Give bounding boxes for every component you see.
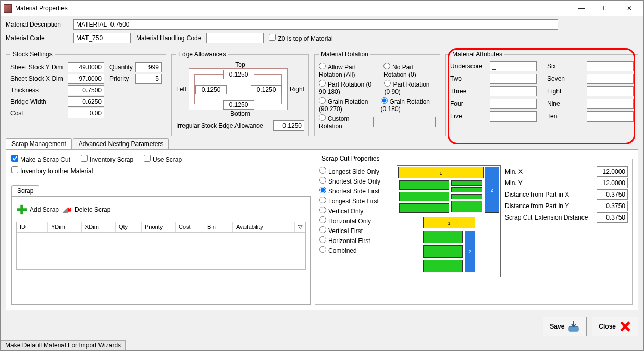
edge-bottom-input[interactable] bbox=[223, 100, 254, 110]
attr-five-input[interactable] bbox=[490, 111, 537, 122]
irregular-allowance-input[interactable] bbox=[273, 120, 304, 131]
edge-right-label: Right bbox=[290, 86, 304, 93]
edge-left-input[interactable] bbox=[195, 85, 227, 94]
cut-shortfirst-radio[interactable] bbox=[319, 187, 326, 193]
scrap-table: ID YDim XDim Qty Priority Cost Bin Avail… bbox=[16, 222, 306, 270]
cost-input[interactable] bbox=[68, 108, 104, 118]
attr-four-input[interactable] bbox=[490, 99, 537, 109]
cut-shortonly-radio[interactable] bbox=[319, 177, 326, 184]
cut-combined-radio[interactable] bbox=[319, 246, 326, 253]
priority-input[interactable] bbox=[135, 74, 162, 84]
minimize-button[interactable]: — bbox=[569, 2, 593, 15]
tab-advanced-nesting[interactable]: Advanced Nesting Parameters bbox=[73, 138, 169, 149]
dpy-label: Distance from Part in Y bbox=[505, 202, 583, 210]
attr-three-input[interactable] bbox=[490, 86, 537, 96]
window: Material Properties — ☐ ✕ Material Descr… bbox=[0, 0, 644, 351]
edge-right-input[interactable] bbox=[251, 85, 282, 94]
add-scrap-button[interactable]: Add Scrap bbox=[30, 206, 59, 213]
material-rotation-group: Material Rotation Allow Part Rotation (A… bbox=[314, 51, 440, 136]
cut-longfirst-radio[interactable] bbox=[319, 197, 326, 203]
attributes-legend: Material Attributes bbox=[450, 51, 504, 58]
attr-nine-input[interactable] bbox=[587, 99, 634, 109]
svg-rect-1 bbox=[17, 208, 27, 211]
xdim-input[interactable] bbox=[68, 74, 104, 84]
bridge-input[interactable] bbox=[68, 96, 104, 107]
rot-all-radio[interactable] bbox=[319, 63, 326, 69]
cutprops-legend: Scrap Cut Properties bbox=[319, 155, 381, 162]
inventory-other-checkbox[interactable] bbox=[11, 166, 18, 173]
app-icon bbox=[4, 4, 12, 13]
maximize-button[interactable]: ☐ bbox=[593, 2, 617, 15]
close-button[interactable]: Close bbox=[592, 317, 638, 336]
col-cost[interactable]: Cost bbox=[176, 222, 204, 232]
cut-horizfirst-radio[interactable] bbox=[319, 236, 326, 243]
col-xdim[interactable]: XDim bbox=[82, 222, 116, 232]
tab-scrap[interactable]: Scrap bbox=[11, 185, 39, 196]
handling-code-input[interactable] bbox=[206, 33, 264, 43]
ext-input[interactable] bbox=[597, 212, 628, 223]
rot-custom-input bbox=[373, 117, 436, 127]
make-default-button[interactable]: Make Default Material For Import Wizards bbox=[1, 340, 126, 350]
qty-label: Quantity bbox=[109, 64, 135, 71]
attr-six-input[interactable] bbox=[587, 61, 634, 71]
rot-grain90270-radio[interactable] bbox=[319, 97, 326, 104]
attr-underscore-input[interactable] bbox=[490, 61, 537, 71]
col-sort-icon[interactable]: ▽ bbox=[295, 222, 305, 232]
attr-seven-input[interactable] bbox=[587, 74, 634, 84]
z0-checkbox-label[interactable]: Z0 is top of Material bbox=[269, 34, 332, 42]
rot-none-radio[interactable] bbox=[383, 63, 390, 69]
tab-panel: Make a Scrap Cut Inventory Scrap Use Scr… bbox=[6, 150, 638, 310]
edge-legend: Edge Allowances bbox=[176, 51, 228, 58]
cut-vertfirst-radio[interactable] bbox=[319, 226, 326, 233]
edge-bottom-label: Bottom bbox=[176, 110, 304, 117]
close-window-button[interactable]: ✕ bbox=[617, 2, 641, 15]
material-description-label: Material Description bbox=[6, 21, 68, 28]
tab-scrap-management[interactable]: Scrap Management bbox=[6, 138, 72, 149]
miny-label: Min. Y bbox=[505, 179, 583, 187]
col-bin[interactable]: Bin bbox=[204, 222, 233, 232]
rot-090-radio[interactable] bbox=[384, 80, 391, 87]
priority-label: Priority bbox=[109, 75, 135, 82]
material-description-input[interactable] bbox=[73, 19, 558, 30]
material-attributes-group: Material Attributes Underscore Six Two S… bbox=[445, 51, 638, 136]
window-title: Material Properties bbox=[15, 5, 569, 12]
inventory-scrap-checkbox[interactable] bbox=[81, 155, 88, 162]
miny-input[interactable] bbox=[597, 178, 628, 188]
close-icon bbox=[619, 320, 631, 333]
content: Material Description Material Code Mater… bbox=[1, 16, 643, 313]
cut-vertonly-radio[interactable] bbox=[319, 207, 326, 213]
col-qty[interactable]: Qty bbox=[116, 222, 142, 232]
col-priority[interactable]: Priority bbox=[142, 222, 176, 232]
col-availability[interactable]: Availability bbox=[233, 222, 295, 232]
edge-diagram bbox=[189, 68, 288, 110]
dpx-input[interactable] bbox=[597, 189, 628, 200]
minx-input[interactable] bbox=[597, 166, 628, 177]
stock-settings-group: Stock Settings Sheet Stock Y Dim Sheet S… bbox=[6, 51, 166, 136]
use-scrap-checkbox[interactable] bbox=[144, 155, 151, 162]
attr-two-input[interactable] bbox=[490, 74, 537, 84]
attr-ten-input[interactable] bbox=[587, 111, 634, 122]
edge-allowances-group: Edge Allowances Top Left Right Bottom Ir bbox=[171, 51, 309, 136]
material-code-label: Material Code bbox=[6, 34, 68, 42]
ydim-label: Sheet Stock Y Dim bbox=[10, 64, 68, 71]
top-inputs: Material Description Material Code Mater… bbox=[6, 19, 638, 46]
col-ydim[interactable]: YDim bbox=[48, 222, 82, 232]
col-id[interactable]: ID bbox=[17, 222, 48, 232]
rot-grain0180-radio[interactable] bbox=[381, 97, 388, 104]
qty-input[interactable] bbox=[135, 62, 162, 72]
cut-longonly-radio[interactable] bbox=[319, 167, 326, 174]
cut-horizonly-radio[interactable] bbox=[319, 216, 326, 223]
thickness-input[interactable] bbox=[68, 85, 104, 95]
rot-custom-radio[interactable] bbox=[319, 114, 326, 121]
attr-eight-input[interactable] bbox=[587, 86, 634, 96]
make-scrap-cut-checkbox[interactable] bbox=[11, 155, 18, 162]
save-button[interactable]: Save bbox=[543, 317, 587, 336]
edge-top-input[interactable] bbox=[223, 70, 254, 79]
edge-left-label: Left bbox=[176, 86, 187, 93]
rot-090180-radio[interactable] bbox=[319, 80, 326, 87]
delete-scrap-button[interactable]: Delete Scrap bbox=[75, 206, 110, 213]
z0-checkbox[interactable] bbox=[269, 34, 276, 41]
dpy-input[interactable] bbox=[597, 201, 628, 211]
ydim-input[interactable] bbox=[68, 62, 104, 72]
material-code-input[interactable] bbox=[73, 33, 131, 43]
